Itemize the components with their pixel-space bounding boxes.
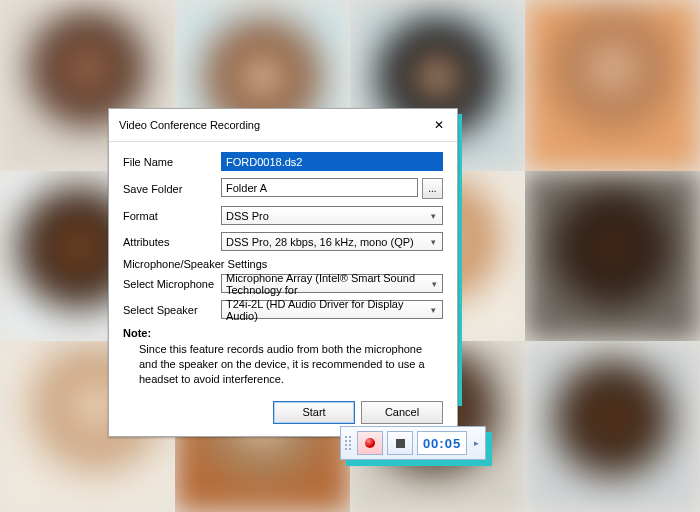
chevron-down-icon: ▾	[427, 305, 440, 315]
stop-icon	[396, 439, 405, 448]
expand-icon[interactable]: ▸	[471, 438, 481, 448]
recording-settings-dialog: Video Conference Recording ✕ File Name S…	[108, 108, 458, 437]
microphone-select[interactable]: Microphone Array (Intel® Smart Sound Tec…	[221, 274, 443, 293]
chevron-down-icon: ▾	[429, 279, 440, 289]
speaker-select[interactable]: T24i-2L (HD Audio Driver for Display Aud…	[221, 300, 443, 319]
recorder-toolbar[interactable]: 00:05 ▸	[340, 426, 486, 460]
note-heading: Note:	[123, 327, 151, 339]
stop-button[interactable]	[387, 431, 413, 455]
save-folder-label: Save Folder	[123, 183, 221, 195]
attributes-label: Attributes	[123, 236, 221, 248]
note-text: Since this feature records audio from bo…	[139, 342, 439, 387]
select-speaker-label: Select Speaker	[123, 304, 221, 316]
start-button[interactable]: Start	[273, 401, 355, 424]
drag-handle-icon[interactable]	[345, 436, 351, 450]
recording-time: 00:05	[417, 431, 467, 455]
format-label: Format	[123, 210, 221, 222]
cancel-button[interactable]: Cancel	[361, 401, 443, 424]
close-icon[interactable]: ✕	[427, 115, 451, 135]
dialog-title: Video Conference Recording	[119, 119, 260, 131]
file-name-input[interactable]	[221, 152, 443, 171]
save-folder-input[interactable]	[221, 178, 418, 197]
format-select[interactable]: DSS Pro ▾	[221, 206, 443, 225]
microphone-speaker-section-header: Microphone/Speaker Settings	[123, 258, 443, 270]
chevron-down-icon: ▾	[426, 237, 440, 247]
record-button[interactable]	[357, 431, 383, 455]
attributes-select[interactable]: DSS Pro, 28 kbps, 16 kHz, mono (QP) ▾	[221, 232, 443, 251]
record-icon	[365, 438, 375, 448]
file-name-label: File Name	[123, 156, 221, 168]
select-microphone-label: Select Microphone	[123, 278, 221, 290]
browse-button[interactable]: ...	[422, 178, 443, 199]
chevron-down-icon: ▾	[426, 211, 440, 221]
